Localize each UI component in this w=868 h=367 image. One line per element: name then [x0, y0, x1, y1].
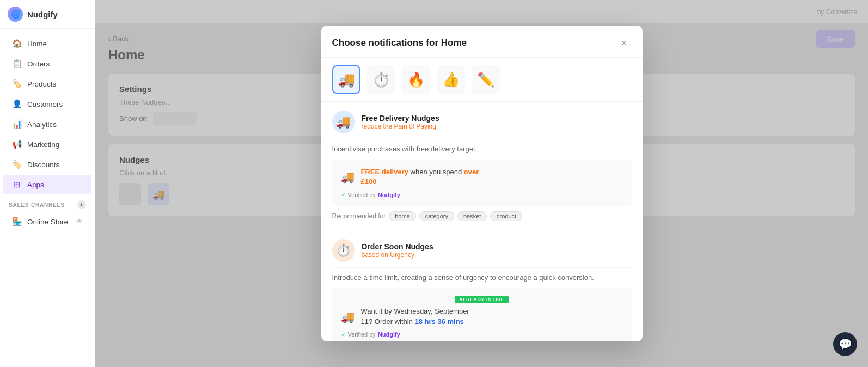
order-soon-desc: Introduce a time limit, creating a sense…	[332, 273, 632, 282]
order-soon-section: ⏱️ Order Soon Nudges based on Urgency In…	[321, 230, 643, 341]
free-delivery-desc: Incentivise purchases with free delivery…	[332, 145, 632, 153]
icon-tab-fire[interactable]: 🔥	[402, 65, 430, 94]
order-soon-info: Order Soon Nudges based on Urgency	[362, 242, 433, 259]
chat-icon: 💬	[839, 338, 852, 351]
discounts-icon: 🏷️	[12, 160, 22, 169]
tag-product: product	[490, 211, 522, 221]
products-icon: 🏷️	[12, 79, 22, 89]
eye-icon: 👁	[76, 218, 83, 225]
home-icon: 🏠	[12, 39, 22, 48]
sidebar-item-online-store[interactable]: 🏪 Online Store 👁	[3, 212, 91, 231]
preview-text-when: when you spend	[411, 168, 464, 176]
order-soon-title: Order Soon Nudges	[362, 242, 433, 251]
brand-name: Nudgify	[27, 10, 58, 19]
orders-icon: 📋	[12, 59, 22, 69]
icon-tab-thumbsup[interactable]: 👍	[437, 65, 465, 94]
app-logo: 🌀	[8, 7, 23, 22]
sidebar-item-label: Customers	[27, 100, 63, 108]
order-soon-icon: ⏱️	[332, 239, 355, 262]
recommended-row: Recommended for home category basket pro…	[332, 211, 632, 221]
sales-channels-section: SALES CHANNELS +	[0, 195, 95, 211]
sidebar: 🌀 Nudgify 🏠 Home 📋 Orders 🏷️ Products 👤 …	[0, 0, 95, 367]
modal-overlay: Choose notifications for Home × 🚚 ⏱️ 🔥 👍…	[95, 0, 868, 367]
modal-header: Choose notifications for Home ×	[321, 26, 643, 58]
sidebar-item-label: Analytics	[27, 120, 57, 129]
free-delivery-highlight: FREE delivery	[361, 168, 408, 176]
marketing-icon: 📢	[12, 139, 22, 149]
analytics-icon: 📊	[12, 119, 22, 129]
time-highlight: 18 hrs 36 mins	[415, 317, 464, 326]
tag-category: category	[419, 211, 454, 221]
icon-tab-edit[interactable]: ✏️	[472, 65, 500, 94]
sidebar-item-customers[interactable]: 👤 Customers	[3, 94, 91, 114]
tag-home: home	[389, 211, 416, 221]
over-highlight: over	[464, 168, 479, 176]
sidebar-item-analytics[interactable]: 📊 Analytics	[3, 114, 91, 134]
customers-icon: 👤	[12, 99, 22, 109]
icon-tab-timer[interactable]: ⏱️	[367, 65, 395, 94]
sidebar-item-label: Apps	[27, 181, 44, 189]
sidebar-item-discounts[interactable]: 🏷️ Discounts	[3, 155, 91, 174]
order-soon-truck-icon: 🚚	[341, 310, 354, 323]
free-delivery-header: 🚚 Free Delivery Nudges reduce the Pain o…	[332, 111, 632, 139]
sidebar-item-label: Products	[27, 80, 56, 88]
nudgify-link: Nudgify	[378, 192, 400, 198]
free-delivery-section: 🚚 Free Delivery Nudges reduce the Pain o…	[321, 102, 643, 230]
verified-row: ✓ Verified by Nudgify	[341, 191, 623, 198]
modal-close-button[interactable]: ×	[616, 35, 632, 51]
recommended-label: Recommended for	[332, 212, 386, 220]
free-delivery-info: Free Delivery Nudges reduce the Pain of …	[362, 114, 439, 130]
tag-basket: basket	[457, 211, 487, 221]
free-delivery-icon: 🚚	[332, 111, 355, 133]
add-channel-button[interactable]: +	[77, 200, 86, 209]
verified-prefix: Verified by	[348, 192, 376, 198]
amount-highlight: £100	[361, 178, 377, 186]
order-soon-header: ⏱️ Order Soon Nudges based on Urgency	[332, 239, 632, 268]
preview-content-row: 🚚 FREE delivery when you spend over £100	[341, 167, 623, 187]
order-soon-text-line1: Want it by Wednesday, September	[361, 307, 469, 315]
main-area: by Convertize ‹ Back Home Save Settings …	[95, 0, 868, 367]
order-soon-nudgify-link: Nudgify	[378, 331, 400, 338]
preview-text: FREE delivery when you spend over £100	[361, 167, 479, 187]
order-soon-subtitle: based on Urgency	[362, 251, 433, 259]
sidebar-item-apps[interactable]: ⊞ Apps	[3, 175, 91, 194]
check-icon: ✓	[341, 191, 346, 198]
sidebar-item-products[interactable]: 🏷️ Products	[3, 74, 91, 94]
icon-tabs: 🚚 ⏱️ 🔥 👍 ✏️	[321, 58, 643, 102]
sidebar-item-label: Home	[27, 40, 47, 48]
modal-title: Choose notifications for Home	[332, 38, 467, 48]
sidebar-nav: 🏠 Home 📋 Orders 🏷️ Products 👤 Customers …	[0, 29, 95, 367]
order-soon-preview: ALREADY IN USE 🚚 Want it by Wednesday, S…	[332, 288, 632, 341]
sidebar-item-label: Orders	[27, 60, 50, 68]
modal-dialog: Choose notifications for Home × 🚚 ⏱️ 🔥 👍…	[321, 26, 643, 341]
already-in-use-badge: ALREADY IN USE	[455, 296, 509, 303]
online-store-icon: 🏪	[12, 217, 22, 227]
sidebar-item-label: Discounts	[27, 161, 59, 169]
sidebar-item-orders[interactable]: 📋 Orders	[3, 54, 91, 74]
order-soon-text-line2: 11? Order within	[361, 317, 415, 326]
order-soon-preview-text: Want it by Wednesday, September 11? Orde…	[361, 307, 469, 326]
order-soon-check-icon: ✓	[341, 331, 346, 338]
sidebar-item-label: Online Store	[27, 218, 68, 226]
sidebar-item-label: Marketing	[27, 140, 59, 149]
apps-icon: ⊞	[12, 180, 22, 189]
sidebar-header: 🌀 Nudgify	[0, 0, 95, 29]
order-soon-verified-prefix: Verified by	[348, 331, 376, 338]
free-delivery-title: Free Delivery Nudges	[362, 114, 439, 123]
sidebar-item-home[interactable]: 🏠 Home	[3, 34, 91, 53]
already-in-use-badge-wrapper: ALREADY IN USE	[341, 296, 623, 303]
truck-icon: 🚚	[341, 170, 354, 184]
sidebar-item-marketing[interactable]: 📢 Marketing	[3, 134, 91, 154]
order-soon-verified-row: ✓ Verified by Nudgify	[341, 331, 623, 338]
free-delivery-preview: 🚚 FREE delivery when you spend over £100…	[332, 160, 632, 206]
order-soon-preview-row: 🚚 Want it by Wednesday, September 11? Or…	[341, 307, 623, 326]
chat-button[interactable]: 💬	[833, 332, 857, 356]
free-delivery-subtitle: reduce the Pain of Paying	[362, 123, 439, 130]
icon-tab-delivery[interactable]: 🚚	[332, 65, 360, 94]
